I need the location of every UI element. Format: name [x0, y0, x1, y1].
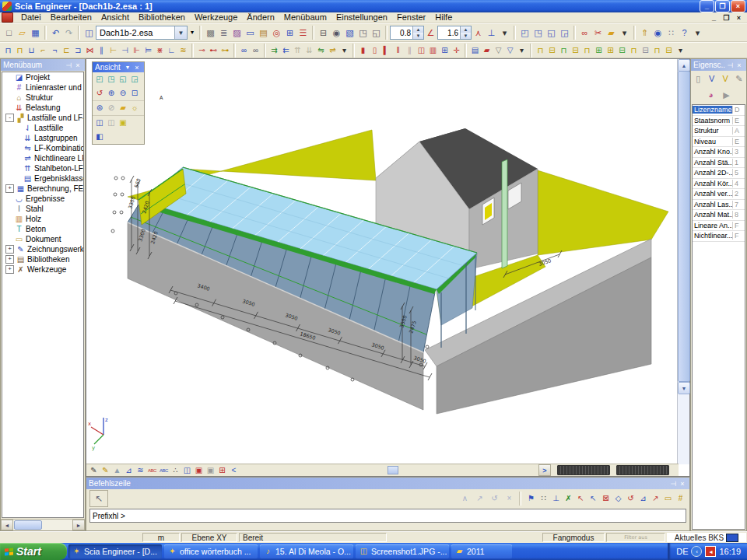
taskbar-task-5[interactable]: ▰2011: [451, 544, 512, 558]
annotate-pen-icon[interactable]: ✎: [88, 464, 100, 476]
folder-red-icon[interactable]: ▰: [481, 44, 493, 56]
taskbar-task-2[interactable]: ✦office wörterbuch ...: [164, 544, 258, 558]
tray-volume-icon[interactable]: ◂: [705, 546, 716, 557]
print-preview-icon[interactable]: ◉: [330, 26, 343, 40]
splitter-handle[interactable]: [388, 466, 398, 474]
window-view-2-icon[interactable]: ◳: [531, 26, 545, 40]
property-row[interactable]: Anzahl 2D-...5: [693, 168, 745, 179]
cut-selection-icon[interactable]: ✂: [591, 26, 605, 40]
ansicht-close-icon[interactable]: ×: [132, 64, 142, 72]
tree-item-lastf-lle-und-lf-ko[interactable]: -▞Lastfälle und LF-Ko: [2, 113, 83, 123]
snap-node-icon[interactable]: ◇: [612, 493, 624, 505]
tree-expander-icon[interactable]: +: [5, 184, 14, 193]
group-more-icon[interactable]: ▾: [338, 44, 350, 56]
gallery-book-icon[interactable]: ▧: [343, 26, 356, 40]
tree-item-ergebnisse[interactable]: ◡Ergebnisse: [2, 194, 83, 204]
menu-fenster[interactable]: Fenster: [392, 12, 430, 23]
view-window-gray-icon[interactable]: ▣: [205, 464, 216, 476]
befehlszeile-pin-icon[interactable]: ⊤: [669, 479, 677, 488]
trim-members-icon[interactable]: ≋: [177, 44, 189, 56]
status-filter[interactable]: Filter aus: [606, 533, 665, 542]
cone-view-icon[interactable]: ▲: [111, 464, 123, 476]
menubaum-hscrollbar[interactable]: ◄ ►: [1, 519, 85, 530]
view-window-red-icon[interactable]: ▣: [193, 464, 205, 476]
document-make-icon[interactable]: ◳: [356, 26, 370, 40]
snap-perpendicular-icon[interactable]: ⊿: [637, 493, 649, 505]
filter-funnel-1-icon[interactable]: ▽: [493, 44, 504, 56]
group-link-2-icon[interactable]: ⇇: [280, 44, 292, 56]
spinner2-down-icon[interactable]: ▼: [461, 33, 471, 39]
animation-slider-1[interactable]: [557, 465, 610, 475]
group-link-1-icon[interactable]: ⇉: [268, 44, 280, 56]
member-cut-icon[interactable]: ⊩: [131, 44, 142, 56]
project-file-combobox[interactable]: Dach1b-2.esa ▼: [96, 26, 188, 40]
tree-item-werkzeuge[interactable]: +✗Werkzeuge: [2, 264, 83, 275]
document-run-icon[interactable]: ◱: [370, 26, 383, 40]
open-project-folder-icon[interactable]: ▰: [605, 26, 618, 40]
property-row[interactable]: Lineare An...F: [693, 221, 745, 232]
eigenschaften-pin-icon[interactable]: ⊤: [726, 61, 734, 70]
combobox-dropdown-icon[interactable]: ▼: [174, 26, 187, 39]
view-axo-icon[interactable]: ◲: [129, 74, 140, 85]
toolbar-overflow-icon[interactable]: ▾: [188, 26, 197, 40]
menu-werkzeuge[interactable]: Werkzeuge: [190, 12, 242, 23]
hinge-link-3-icon[interactable]: ⊶: [219, 44, 231, 56]
tree-item-dokument[interactable]: ▭Dokument: [2, 234, 83, 244]
label-abc-red-icon[interactable]: ABC: [146, 464, 158, 476]
property-row[interactable]: LizenznameD: [693, 105, 745, 116]
angle-snap-icon[interactable]: ∠: [424, 26, 437, 40]
help-what-icon[interactable]: ?: [678, 26, 691, 40]
menu--ndern[interactable]: Ändern: [242, 12, 279, 23]
point-dots-icon[interactable]: ∴: [170, 464, 181, 476]
spinner1-up-icon[interactable]: ▲: [413, 26, 423, 33]
annotate-pen-color-icon[interactable]: ✎: [100, 464, 111, 476]
vscroll-thumb[interactable]: [678, 71, 690, 382]
clipboard-icon[interactable]: ▤: [257, 26, 270, 40]
frame-load-5-icon[interactable]: ⊓: [581, 44, 593, 56]
tree-item-lastf-lle[interactable]: ⇃Lastfälle: [2, 123, 83, 133]
support-ghost-icon[interactable]: ∥: [404, 44, 416, 56]
help-more-icon[interactable]: ▾: [691, 26, 704, 40]
pair-nodes-1-icon[interactable]: ∞: [238, 44, 250, 56]
column-left-icon[interactable]: ⌐: [37, 44, 49, 56]
vscroll-down-icon[interactable]: ▼: [678, 382, 690, 394]
prop-edit-pencil-icon[interactable]: ✎: [734, 72, 745, 86]
units-icon[interactable]: ▩: [204, 26, 217, 40]
render-image-icon[interactable]: ▨: [230, 26, 244, 40]
snap-length-icon[interactable]: ▭: [662, 493, 674, 505]
undo-icon[interactable]: ↶: [49, 26, 62, 40]
snap-endpoint-icon[interactable]: ↖: [575, 493, 587, 505]
support-wall-icon[interactable]: ▥: [427, 44, 439, 56]
property-row[interactable]: Anzahl Kör...4: [693, 179, 745, 190]
language-indicator[interactable]: DE: [676, 547, 688, 556]
layout-panel-icon[interactable]: ◫: [82, 26, 96, 40]
frame-load-4-icon[interactable]: ⊟: [570, 44, 581, 56]
menubaum-title-bar[interactable]: Menübaum ⊤ ×: [1, 59, 85, 71]
animation-slider-2[interactable]: [616, 465, 669, 475]
property-row[interactable]: Nichtlinear...F: [693, 231, 745, 242]
frame-load-2-icon[interactable]: ⊟: [546, 44, 558, 56]
light-bulb-icon[interactable]: ☼: [129, 103, 140, 114]
tree-item-lastgruppen[interactable]: ⇊Lastgruppen: [2, 133, 83, 143]
zoom-in-icon[interactable]: ⊕: [106, 88, 117, 99]
snap-ortho-icon[interactable]: ⊥: [550, 493, 562, 505]
select-clear-icon[interactable]: ×: [503, 493, 515, 505]
frame-load-10-icon[interactable]: ⊟: [640, 44, 651, 56]
tree-item-stahlbeton-lfk[interactable]: ⇈Stahlbeton-LFK: [2, 163, 83, 173]
export-up-icon[interactable]: ⇑: [638, 26, 651, 40]
snap-intersection-icon[interactable]: ⊠: [600, 493, 612, 505]
beam-profile-icon[interactable]: ⊓: [2, 44, 14, 56]
visibility-glasses-icon[interactable]: ∞: [578, 26, 591, 40]
status-plane[interactable]: Ebene XY: [181, 533, 237, 542]
support-target-icon[interactable]: ✛: [451, 44, 462, 56]
save-small-icon[interactable]: ▤: [469, 44, 481, 56]
tree-item-ergebnisklasse[interactable]: ▤Ergebnisklasse: [2, 173, 83, 184]
hinge-link-2-icon[interactable]: ⊷: [208, 44, 219, 56]
eigenschaften-title-bar[interactable]: Eigensc... ⊤ ×: [691, 59, 746, 71]
status-unit[interactable]: m: [142, 533, 180, 542]
view-z-icon[interactable]: ◱: [117, 74, 128, 85]
point-grid-icon[interactable]: ∷: [665, 26, 678, 40]
ansicht-dropdown-icon[interactable]: ▼: [123, 65, 132, 70]
redo-icon[interactable]: ↷: [62, 26, 75, 40]
support-hinged-icon[interactable]: ▯: [369, 44, 381, 56]
